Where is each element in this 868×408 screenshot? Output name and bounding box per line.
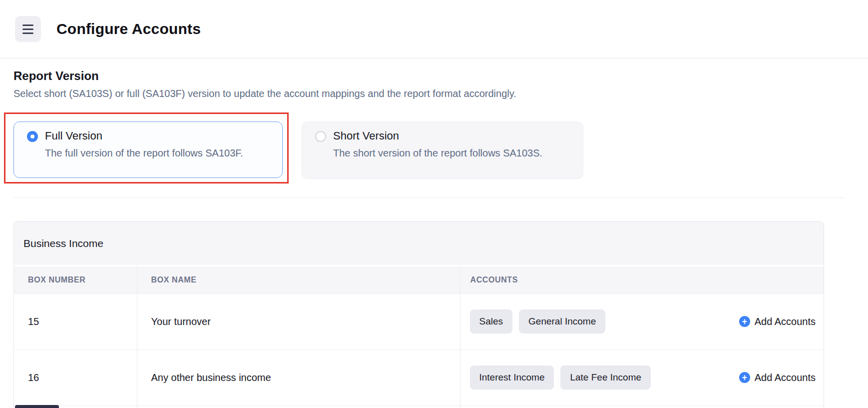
account-chip[interactable]: Interest Income — [470, 366, 554, 390]
box-number-cell: 15 — [14, 294, 137, 350]
table-header-row: BOX NUMBER BOX NAME ACCOUNTS — [14, 266, 824, 294]
add-accounts-button[interactable]: +Add Accounts — [739, 316, 816, 328]
table-row-partial — [14, 406, 824, 408]
main-content: Report Version Select short (SA103S) or … — [0, 69, 868, 408]
full-version-label: Full Version — [45, 129, 243, 144]
table-row: 15Your turnoverSalesGeneral Income+Add A… — [14, 294, 824, 350]
hamburger-menu-button[interactable] — [15, 16, 41, 42]
full-version-option-wrapper: Full Version The full version of the rep… — [13, 122, 283, 179]
business-income-panel: Business Income BOX NUMBER BOX NAME ACCO… — [13, 221, 824, 408]
short-version-option[interactable]: Short Version The short version of the r… — [302, 122, 583, 179]
table-row: 16Any other business incomeInterest Inco… — [14, 350, 824, 406]
add-accounts-label: Add Accounts — [755, 316, 816, 328]
page-title: Configure Accounts — [56, 20, 201, 38]
plus-circle-icon: + — [739, 316, 750, 327]
bottom-edge-dark-strip — [15, 405, 59, 408]
full-version-option[interactable]: Full Version The full version of the rep… — [13, 122, 283, 178]
account-mapping-table: BOX NUMBER BOX NAME ACCOUNTS 15Your turn… — [14, 266, 824, 408]
column-header-box-number: BOX NUMBER — [14, 266, 137, 294]
business-income-panel-header: Business Income — [14, 222, 824, 266]
short-version-option-wrapper: Short Version The short version of the r… — [302, 122, 583, 179]
column-header-box-name: BOX NAME — [137, 266, 460, 294]
short-version-description: The short version of the report follows … — [333, 148, 542, 159]
radio-button-full-version[interactable] — [27, 131, 38, 142]
column-header-accounts: ACCOUNTS — [460, 266, 824, 294]
report-version-description: Select short (SA103S) or full (SA103F) v… — [13, 88, 855, 100]
hamburger-icon — [22, 24, 33, 26]
report-version-heading: Report Version — [13, 69, 855, 83]
short-version-label: Short Version — [333, 129, 542, 144]
account-chip[interactable]: General Income — [519, 310, 605, 334]
box-name-cell: Any other business income — [137, 350, 460, 406]
plus-circle-icon: + — [739, 372, 750, 383]
account-chip[interactable]: Late Fee Income — [560, 366, 651, 390]
report-version-options: Full Version The full version of the rep… — [13, 122, 855, 179]
accounts-cell: SalesGeneral Income+Add Accounts — [460, 294, 824, 350]
add-accounts-button[interactable]: +Add Accounts — [739, 372, 816, 384]
accounts-cell: Interest IncomeLate Fee Income+Add Accou… — [460, 350, 824, 406]
top-bar: Configure Accounts — [0, 0, 868, 58]
box-number-cell: 16 — [14, 350, 137, 406]
box-name-cell: Your turnover — [137, 294, 460, 350]
hamburger-icon — [22, 32, 33, 34]
add-accounts-label: Add Accounts — [755, 372, 816, 384]
account-chip[interactable]: Sales — [470, 310, 513, 334]
radio-button-short-version[interactable] — [315, 131, 326, 142]
full-version-description: The full version of the report follows S… — [45, 148, 243, 159]
option-text: Full Version The full version of the rep… — [45, 129, 243, 159]
option-text: Short Version The short version of the r… — [333, 129, 542, 159]
business-income-title: Business Income — [23, 238, 103, 250]
hamburger-icon — [22, 28, 33, 30]
section-divider — [13, 198, 844, 198]
